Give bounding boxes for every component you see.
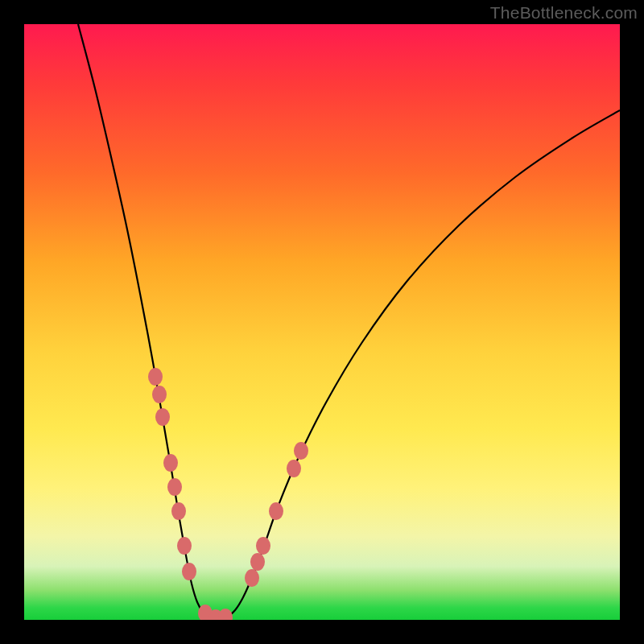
chart-svg [24, 24, 620, 620]
scatter-point [177, 537, 192, 555]
scatter-point [152, 386, 167, 403]
scatter-point [163, 454, 178, 472]
scatter-point [287, 460, 301, 477]
scatter-point [218, 609, 233, 620]
scatter-point [256, 537, 270, 555]
right-dots [245, 442, 308, 587]
left-curve [78, 24, 217, 618]
scatter-point [171, 502, 186, 520]
watermark-text: TheBottleneck.com [490, 3, 638, 23]
chart-frame: TheBottleneck.com [0, 0, 644, 644]
scatter-point [269, 502, 283, 520]
right-curve [217, 110, 620, 618]
scatter-point [182, 563, 196, 580]
scatter-point [294, 442, 308, 460]
scatter-point [250, 553, 265, 571]
scatter-point [167, 478, 182, 496]
chart-plot-area [24, 24, 620, 620]
scatter-point [245, 569, 259, 587]
scatter-point [155, 408, 170, 426]
scatter-point [148, 368, 163, 386]
